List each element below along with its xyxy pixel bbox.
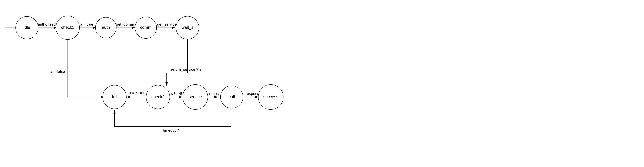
label-a-true: a = true bbox=[80, 22, 93, 26]
state-check1-label: check1 bbox=[61, 25, 74, 30]
state-auth-label: auth bbox=[102, 25, 110, 30]
state-success-label: success bbox=[263, 94, 278, 99]
state-check2-label: check2 bbox=[151, 94, 164, 99]
arrow-call-fail-timeout bbox=[114, 110, 231, 127]
arrow-waits-check2 bbox=[167, 39, 188, 86]
state-comm-label: comm bbox=[140, 25, 151, 30]
state-fail-label: fail bbox=[112, 94, 117, 99]
label-s-null: s = NULL bbox=[129, 91, 145, 95]
diagram-container: authorized ? a a = true get_domain get_s… bbox=[0, 0, 644, 167]
state-service-label: service bbox=[189, 94, 202, 99]
state-waits-label: wait_s bbox=[182, 25, 193, 30]
arrow-check1-fail bbox=[68, 39, 104, 97]
label-a-false: a = false bbox=[50, 69, 65, 74]
label-get-domain: get_domain bbox=[116, 22, 136, 26]
label-get-service: get_service ! bbox=[157, 22, 179, 26]
label-timeout: timeout ? bbox=[163, 128, 179, 133]
state-idle-label: idle bbox=[24, 25, 30, 30]
state-call-label: call bbox=[228, 94, 235, 99]
label-return-service: return_service ? s bbox=[171, 67, 201, 72]
